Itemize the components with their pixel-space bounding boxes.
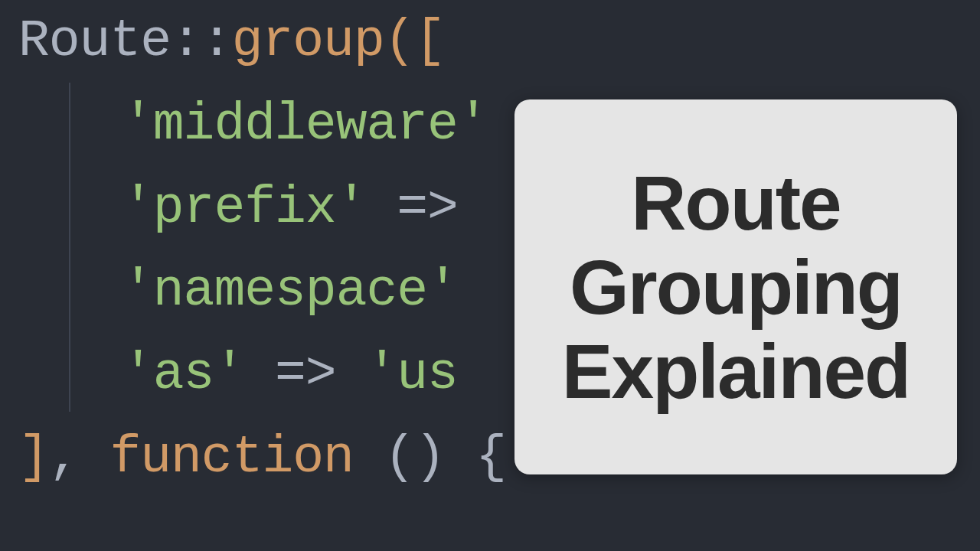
token-open-brace: { bbox=[475, 428, 506, 487]
overlay-line-1: Route bbox=[562, 161, 910, 245]
token-arrow: => bbox=[366, 178, 457, 237]
indent-guide bbox=[69, 83, 70, 412]
token-string-middleware: 'middleware' bbox=[122, 95, 488, 154]
token-string-as: 'as' bbox=[122, 344, 244, 403]
token-string-us-partial: 'us bbox=[366, 344, 457, 403]
token-open-bracket: ([ bbox=[384, 11, 446, 70]
token-string-prefix: 'prefix' bbox=[122, 178, 366, 237]
token-arrow: => bbox=[244, 344, 366, 403]
overlay-title: Route Grouping Explained bbox=[562, 161, 910, 413]
token-string-namespace: 'namespace' bbox=[122, 261, 458, 320]
token-comma: , bbox=[49, 428, 110, 487]
title-overlay-card: Route Grouping Explained bbox=[514, 99, 957, 474]
overlay-line-3: Explained bbox=[562, 329, 910, 413]
token-close-bracket: ] bbox=[18, 428, 49, 487]
code-line-1: Route::group([ bbox=[0, 0, 980, 83]
token-scope-operator: :: bbox=[171, 11, 232, 70]
token-keyword-function: function bbox=[109, 428, 353, 487]
overlay-line-2: Grouping bbox=[562, 245, 910, 329]
token-class-route: Route bbox=[18, 11, 171, 70]
token-function-group: group bbox=[232, 11, 384, 70]
token-parens: () bbox=[354, 428, 475, 487]
